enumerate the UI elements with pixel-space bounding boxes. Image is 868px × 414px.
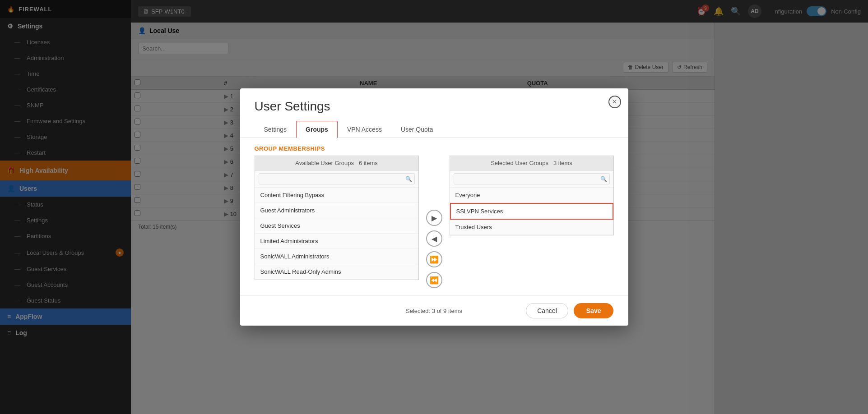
tab-user-quota-label: User Quota <box>401 126 433 133</box>
tab-groups[interactable]: Groups <box>296 121 338 138</box>
move-all-left-button[interactable]: ⏪ <box>426 272 442 288</box>
list-item[interactable]: SonicWALL Administrators <box>255 249 418 264</box>
available-groups-panel: Available User Groups 6 items 🔍 Content … <box>255 156 419 280</box>
cancel-label: Cancel <box>537 307 557 314</box>
list-item[interactable]: Guest Administrators <box>255 203 418 218</box>
tab-settings[interactable]: Settings <box>255 121 297 138</box>
selected-groups-title: Selected User Groups <box>491 160 548 166</box>
selected-groups-panel: Selected User Groups 3 items 🔍 EveryoneS… <box>450 156 614 235</box>
groups-container: Available User Groups 6 items 🔍 Content … <box>240 156 628 288</box>
modal-title: User Settings <box>240 88 628 114</box>
save-label: Save <box>586 307 601 314</box>
transfer-buttons: ▶ ◀ ⏩ ⏪ <box>419 156 450 288</box>
tab-groups-label: Groups <box>306 126 328 133</box>
move-right-button[interactable]: ▶ <box>426 210 442 226</box>
search-icon: 🔍 <box>600 176 607 182</box>
tab-settings-label: Settings <box>264 126 287 133</box>
selected-count: Selected: 3 of 9 items <box>374 308 494 314</box>
tab-vpn-access[interactable]: VPN Access <box>338 121 391 138</box>
selected-groups-count: 3 items <box>553 160 572 166</box>
close-icon: × <box>613 98 617 106</box>
available-groups-header: Available User Groups 6 items <box>255 156 418 170</box>
available-groups-search: 🔍 <box>255 170 418 188</box>
modal-tabs: Settings Groups VPN Access User Quota <box>240 121 628 138</box>
selected-groups-search: 🔍 <box>450 170 613 188</box>
modal-overlay[interactable]: × User Settings Settings Groups VPN Acce… <box>0 0 868 414</box>
save-button[interactable]: Save <box>574 303 614 318</box>
available-groups-title: Available User Groups <box>295 160 354 166</box>
modal-footer: Selected: 3 of 9 items Cancel Save <box>240 295 628 326</box>
available-groups-list: Content Filtering BypassGuest Administra… <box>255 188 418 280</box>
available-groups-search-input[interactable] <box>259 173 415 184</box>
group-memberships-label: GROUP MEMBERSHIPS <box>240 138 628 156</box>
search-icon: 🔍 <box>405 176 412 182</box>
tab-user-quota[interactable]: User Quota <box>391 121 443 138</box>
list-item[interactable]: SSLVPN Services <box>450 203 613 220</box>
move-left-button[interactable]: ◀ <box>426 230 442 247</box>
selected-groups-search-input[interactable] <box>454 173 610 184</box>
list-item[interactable]: Everyone <box>450 188 613 203</box>
user-settings-modal: × User Settings Settings Groups VPN Acce… <box>240 88 628 326</box>
list-item[interactable]: Trusted Users <box>450 220 613 235</box>
list-item[interactable]: Limited Administrators <box>255 234 418 249</box>
modal-close-button[interactable]: × <box>608 96 621 108</box>
footer-buttons: Cancel Save <box>494 303 613 318</box>
selected-groups-list: EveryoneSSLVPN ServicesTrusted Users <box>450 188 613 235</box>
move-all-right-button[interactable]: ⏩ <box>426 251 442 267</box>
cancel-button[interactable]: Cancel <box>526 303 568 318</box>
list-item[interactable]: SonicWALL Read-Only Admins <box>255 264 418 280</box>
list-item[interactable]: Content Filtering Bypass <box>255 188 418 203</box>
list-item[interactable]: Guest Services <box>255 218 418 234</box>
tab-vpn-access-label: VPN Access <box>347 126 382 133</box>
available-groups-count: 6 items <box>359 160 378 166</box>
selected-groups-header: Selected User Groups 3 items <box>450 156 613 170</box>
